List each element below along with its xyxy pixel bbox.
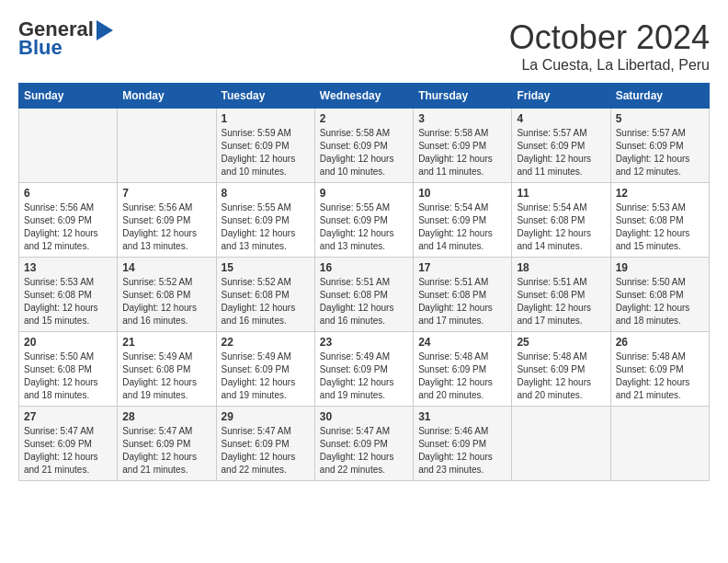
header-sunday: Sunday bbox=[19, 84, 118, 109]
day-info: Sunrise: 5:57 AMSunset: 6:09 PMDaylight:… bbox=[616, 127, 704, 178]
day-info: Sunrise: 5:55 AMSunset: 6:09 PMDaylight:… bbox=[222, 201, 310, 253]
day-info: Sunrise: 5:50 AMSunset: 6:08 PMDaylight:… bbox=[24, 350, 112, 402]
day-info: Sunrise: 5:56 AMSunset: 6:09 PMDaylight:… bbox=[122, 201, 210, 253]
day-info: Sunrise: 5:48 AMSunset: 6:09 PMDaylight:… bbox=[418, 350, 506, 402]
page-header: General Blue October 2024 La Cuesta, La … bbox=[18, 18, 710, 74]
day-number: 28 bbox=[122, 410, 210, 423]
day-number: 27 bbox=[24, 410, 112, 423]
day-info: Sunrise: 5:56 AMSunset: 6:09 PMDaylight:… bbox=[24, 201, 112, 253]
day-number: 19 bbox=[616, 261, 704, 274]
day-number: 5 bbox=[616, 112, 704, 125]
day-number: 13 bbox=[24, 261, 112, 274]
day-info: Sunrise: 5:47 AMSunset: 6:09 PMDaylight:… bbox=[320, 425, 408, 477]
day-info: Sunrise: 5:51 AMSunset: 6:08 PMDaylight:… bbox=[418, 276, 506, 327]
header-monday: Monday bbox=[118, 84, 216, 109]
day-info: Sunrise: 5:55 AMSunset: 6:09 PMDaylight:… bbox=[320, 201, 408, 253]
header-saturday: Saturday bbox=[610, 84, 709, 109]
day-info: Sunrise: 5:49 AMSunset: 6:09 PMDaylight:… bbox=[222, 350, 310, 402]
day-number: 22 bbox=[222, 336, 310, 349]
calendar-cell: 31Sunrise: 5:46 AMSunset: 6:09 PMDayligh… bbox=[414, 407, 512, 481]
calendar-cell: 21Sunrise: 5:49 AMSunset: 6:08 PMDayligh… bbox=[118, 332, 216, 407]
calendar-cell: 19Sunrise: 5:50 AMSunset: 6:08 PMDayligh… bbox=[610, 258, 709, 332]
calendar-cell: 16Sunrise: 5:51 AMSunset: 6:08 PMDayligh… bbox=[314, 258, 413, 332]
day-info: Sunrise: 5:52 AMSunset: 6:08 PMDaylight:… bbox=[122, 276, 210, 327]
day-info: Sunrise: 5:47 AMSunset: 6:09 PMDaylight:… bbox=[222, 425, 310, 477]
header-thursday: Thursday bbox=[414, 84, 512, 109]
calendar-cell: 4Sunrise: 5:57 AMSunset: 6:09 PMDaylight… bbox=[512, 109, 610, 183]
day-number: 10 bbox=[418, 187, 506, 200]
day-number: 14 bbox=[122, 261, 210, 274]
calendar-week-1: 1Sunrise: 5:59 AMSunset: 6:09 PMDaylight… bbox=[19, 109, 710, 183]
day-number: 21 bbox=[122, 336, 210, 349]
calendar-cell: 13Sunrise: 5:53 AMSunset: 6:08 PMDayligh… bbox=[19, 258, 118, 332]
day-number: 3 bbox=[418, 112, 506, 125]
day-number: 20 bbox=[24, 336, 112, 349]
day-info: Sunrise: 5:58 AMSunset: 6:09 PMDaylight:… bbox=[320, 127, 408, 178]
calendar-cell: 18Sunrise: 5:51 AMSunset: 6:08 PMDayligh… bbox=[512, 258, 610, 332]
calendar-cell bbox=[19, 109, 118, 183]
day-number: 11 bbox=[517, 187, 605, 200]
day-number: 29 bbox=[222, 410, 310, 423]
day-number: 8 bbox=[222, 187, 310, 200]
calendar-table: SundayMondayTuesdayWednesdayThursdayFrid… bbox=[18, 83, 710, 481]
calendar-cell: 25Sunrise: 5:48 AMSunset: 6:09 PMDayligh… bbox=[512, 332, 610, 407]
calendar-cell: 20Sunrise: 5:50 AMSunset: 6:08 PMDayligh… bbox=[19, 332, 118, 407]
calendar-cell: 1Sunrise: 5:59 AMSunset: 6:09 PMDaylight… bbox=[216, 109, 314, 183]
day-info: Sunrise: 5:49 AMSunset: 6:09 PMDaylight:… bbox=[320, 350, 408, 402]
calendar-cell: 22Sunrise: 5:49 AMSunset: 6:09 PMDayligh… bbox=[216, 332, 314, 407]
day-info: Sunrise: 5:53 AMSunset: 6:08 PMDaylight:… bbox=[24, 276, 112, 327]
day-info: Sunrise: 5:49 AMSunset: 6:08 PMDaylight:… bbox=[122, 350, 210, 402]
header-tuesday: Tuesday bbox=[216, 84, 314, 109]
day-number: 15 bbox=[222, 261, 310, 274]
day-info: Sunrise: 5:53 AMSunset: 6:08 PMDaylight:… bbox=[616, 201, 704, 253]
calendar-cell: 5Sunrise: 5:57 AMSunset: 6:09 PMDaylight… bbox=[610, 109, 709, 183]
calendar-cell bbox=[118, 109, 216, 183]
calendar-week-4: 20Sunrise: 5:50 AMSunset: 6:08 PMDayligh… bbox=[19, 332, 710, 407]
calendar-cell: 8Sunrise: 5:55 AMSunset: 6:09 PMDaylight… bbox=[216, 183, 314, 258]
calendar-cell: 24Sunrise: 5:48 AMSunset: 6:09 PMDayligh… bbox=[414, 332, 512, 407]
calendar-cell: 3Sunrise: 5:58 AMSunset: 6:09 PMDaylight… bbox=[414, 109, 512, 183]
calendar-cell: 30Sunrise: 5:47 AMSunset: 6:09 PMDayligh… bbox=[314, 407, 413, 481]
day-number: 25 bbox=[517, 336, 605, 349]
day-info: Sunrise: 5:48 AMSunset: 6:09 PMDaylight:… bbox=[517, 350, 605, 402]
day-number: 1 bbox=[222, 112, 310, 125]
day-info: Sunrise: 5:52 AMSunset: 6:08 PMDaylight:… bbox=[222, 276, 310, 327]
calendar-cell: 23Sunrise: 5:49 AMSunset: 6:09 PMDayligh… bbox=[314, 332, 413, 407]
day-info: Sunrise: 5:58 AMSunset: 6:09 PMDaylight:… bbox=[418, 127, 506, 178]
day-info: Sunrise: 5:48 AMSunset: 6:09 PMDaylight:… bbox=[616, 350, 704, 402]
calendar-cell: 26Sunrise: 5:48 AMSunset: 6:09 PMDayligh… bbox=[610, 332, 709, 407]
calendar-cell: 2Sunrise: 5:58 AMSunset: 6:09 PMDaylight… bbox=[314, 109, 413, 183]
day-number: 16 bbox=[320, 261, 408, 274]
day-number: 2 bbox=[320, 112, 408, 125]
calendar-cell bbox=[512, 407, 610, 481]
day-info: Sunrise: 5:50 AMSunset: 6:08 PMDaylight:… bbox=[616, 276, 704, 327]
calendar-cell: 10Sunrise: 5:54 AMSunset: 6:09 PMDayligh… bbox=[414, 183, 512, 258]
day-number: 26 bbox=[616, 336, 704, 349]
calendar-week-5: 27Sunrise: 5:47 AMSunset: 6:09 PMDayligh… bbox=[19, 407, 710, 481]
logo: General Blue bbox=[18, 18, 113, 59]
day-info: Sunrise: 5:54 AMSunset: 6:09 PMDaylight:… bbox=[418, 201, 506, 253]
month-title: October 2024 bbox=[509, 18, 710, 57]
calendar-cell: 15Sunrise: 5:52 AMSunset: 6:08 PMDayligh… bbox=[216, 258, 314, 332]
calendar-cell bbox=[610, 407, 709, 481]
calendar-cell: 12Sunrise: 5:53 AMSunset: 6:08 PMDayligh… bbox=[610, 183, 709, 258]
day-info: Sunrise: 5:46 AMSunset: 6:09 PMDaylight:… bbox=[418, 425, 506, 477]
calendar-cell: 29Sunrise: 5:47 AMSunset: 6:09 PMDayligh… bbox=[216, 407, 314, 481]
day-number: 23 bbox=[320, 336, 408, 349]
calendar-week-2: 6Sunrise: 5:56 AMSunset: 6:09 PMDaylight… bbox=[19, 183, 710, 258]
calendar-cell: 14Sunrise: 5:52 AMSunset: 6:08 PMDayligh… bbox=[118, 258, 216, 332]
day-info: Sunrise: 5:47 AMSunset: 6:09 PMDaylight:… bbox=[24, 425, 112, 477]
day-number: 12 bbox=[616, 187, 704, 200]
calendar-cell: 7Sunrise: 5:56 AMSunset: 6:09 PMDaylight… bbox=[118, 183, 216, 258]
calendar-header-row: SundayMondayTuesdayWednesdayThursdayFrid… bbox=[19, 84, 710, 109]
day-info: Sunrise: 5:51 AMSunset: 6:08 PMDaylight:… bbox=[320, 276, 408, 327]
day-number: 6 bbox=[24, 187, 112, 200]
header-friday: Friday bbox=[512, 84, 610, 109]
day-number: 17 bbox=[418, 261, 506, 274]
day-info: Sunrise: 5:54 AMSunset: 6:08 PMDaylight:… bbox=[517, 201, 605, 253]
day-number: 18 bbox=[517, 261, 605, 274]
header-wednesday: Wednesday bbox=[314, 84, 413, 109]
calendar-cell: 27Sunrise: 5:47 AMSunset: 6:09 PMDayligh… bbox=[19, 407, 118, 481]
calendar-cell: 6Sunrise: 5:56 AMSunset: 6:09 PMDaylight… bbox=[19, 183, 118, 258]
day-number: 9 bbox=[320, 187, 408, 200]
